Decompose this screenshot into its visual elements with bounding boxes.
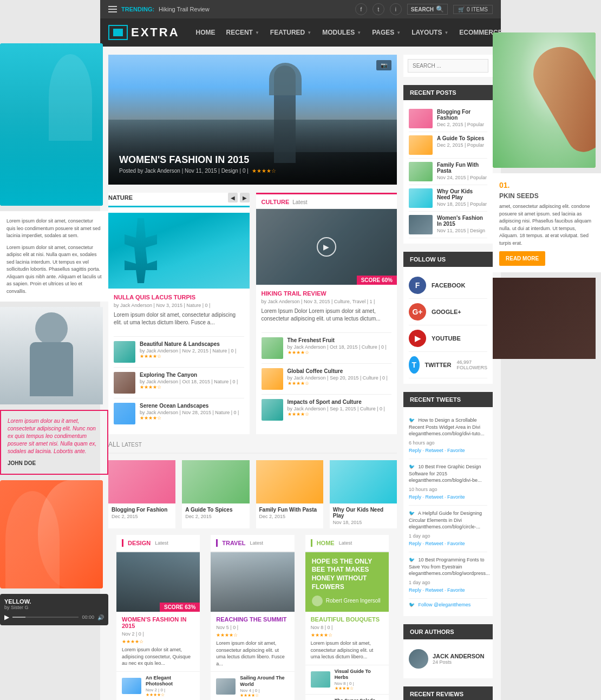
nature-prev[interactable]: ◀ bbox=[228, 193, 238, 202]
all-latest-title: ALL Latest bbox=[108, 441, 142, 448]
author-name-1[interactable]: JACK ANDERSON bbox=[433, 653, 485, 659]
nav-modules[interactable]: MODULES▼ bbox=[322, 29, 361, 36]
design-main-img: SCORE 63% bbox=[116, 552, 200, 612]
home-title: HOME bbox=[317, 540, 335, 546]
tweet-follow-link[interactable]: 🐦 Follow @elegantthemes bbox=[409, 599, 487, 611]
hamburger-menu[interactable] bbox=[108, 6, 117, 12]
cart-label: 0 ITEMS bbox=[467, 6, 488, 12]
read-more-button[interactable]: READ MORE bbox=[499, 251, 545, 266]
rp-title-3[interactable]: Family Fun With Pasta bbox=[437, 162, 487, 174]
nav-pages[interactable]: PAGES▼ bbox=[372, 29, 401, 36]
culture-thumb-3 bbox=[262, 399, 283, 421]
culture-play-btn[interactable]: ▶ bbox=[317, 237, 336, 257]
sidebar-search-input[interactable] bbox=[408, 59, 488, 73]
travel-post-title[interactable]: REACHING THE SUMMIT bbox=[216, 616, 289, 623]
cart-button[interactable]: 🛒 0 ITEMS bbox=[453, 5, 493, 14]
recent-post-2: A Guide To Spices Dec 2, 2015 | Popular bbox=[409, 132, 487, 159]
instagram-social-btn[interactable]: i bbox=[390, 3, 402, 15]
latest-title-1[interactable]: Blogging For Fashion bbox=[112, 507, 172, 513]
latest-title-2[interactable]: A Guide To Spices bbox=[185, 507, 246, 513]
rp-title-1[interactable]: Blogging For Fashion bbox=[437, 109, 487, 121]
logo-icon bbox=[108, 25, 128, 40]
author-avatar-1 bbox=[409, 649, 428, 669]
hero-camera: 📷 bbox=[376, 60, 391, 70]
nature-sp-title-3[interactable]: Serene Ocean Landscapes bbox=[140, 403, 244, 409]
nature-sp-meta-2: by Jack Anderson | Oct 18, 2015 | Nature… bbox=[140, 379, 244, 384]
culture-section: CULTURE Latest ▶ SCORE 60% HIKING TRAIL … bbox=[256, 193, 397, 434]
our-authors-widget: OUR AUTHORS JACK ANDERSON 24 Posts bbox=[403, 624, 493, 678]
nav-recent[interactable]: RECENT▼ bbox=[226, 29, 259, 36]
design-st-1 bbox=[122, 678, 141, 694]
nav-home[interactable]: HOME bbox=[196, 29, 215, 36]
trending-label: TRENDING: bbox=[121, 6, 154, 12]
culture-small-posts: The Freshest Fruit by Jack Anderson | Oc… bbox=[256, 332, 397, 430]
recent-post-3: Family Fun With Pasta Nov 24, 2015 | Pop… bbox=[409, 159, 487, 185]
nature-sp-meta-3: by Jack Anderson | Nov 28, 2015 | Nature… bbox=[140, 410, 244, 415]
culture-sp-meta-2: by Jack Anderson | Sep 20, 2015 | Cultur… bbox=[288, 375, 392, 381]
follow-twitter[interactable]: t TWITTER 46,997 followers bbox=[409, 352, 487, 378]
travel-title: TRAVEL bbox=[222, 540, 245, 546]
home-small-title-2[interactable]: The Super Salads Recipe bbox=[335, 698, 383, 700]
design-header: DESIGN Latest bbox=[116, 535, 200, 552]
top-search-bar[interactable]: SEARCH 🔍 bbox=[407, 4, 448, 15]
culture-sp-title-2[interactable]: Global Coffee Culture bbox=[288, 368, 392, 374]
all-latest-section: ALL Latest Blogging For Fashion Dec 2, 2… bbox=[108, 434, 397, 535]
logo[interactable]: EXTRA bbox=[108, 25, 180, 40]
rp-meta-2: Dec 2, 2015 | Popular bbox=[437, 142, 484, 148]
home-small-1: Visual Guide To Herbs Nov 8 | 0 | ★★★★☆ bbox=[305, 665, 389, 694]
design-small-title-1[interactable]: An Elegant Photoshoot bbox=[146, 675, 194, 688]
nature-header: NATURE ◀ ▶ bbox=[108, 193, 250, 207]
home-small-title-1[interactable]: Visual Guide To Herbs bbox=[335, 669, 383, 681]
left-lorem-text: Lorem ipsum dolor sit amet, consectetur … bbox=[0, 211, 108, 302]
culture-sp-title-3[interactable]: Impacts of Sport and Culture bbox=[288, 399, 392, 405]
twitter-social-btn[interactable]: t bbox=[373, 3, 384, 15]
latest-title-4[interactable]: Why Our Kids Need Play bbox=[333, 507, 394, 519]
home-author-line: Robert Green Ingersoll bbox=[312, 596, 382, 606]
rp-meta-1: Dec 2, 2015 | Popular bbox=[437, 122, 487, 127]
culture-post-title[interactable]: HIKING TRAIL REVIEW bbox=[262, 290, 392, 297]
left-music-player: YELLOW. by Sister G ▶ 00:00 🔊 bbox=[0, 594, 108, 625]
latest-date-1: Dec 2, 2015 bbox=[112, 514, 172, 519]
home-st-1 bbox=[311, 671, 330, 688]
nature-section: NATURE ◀ ▶ NULLA QUIS LACUS TURPIS by Ja… bbox=[108, 193, 250, 434]
recent-post-1: Blogging For Fashion Dec 2, 2015 | Popul… bbox=[409, 106, 487, 132]
latest-date-4: Nov 18, 2015 bbox=[333, 520, 394, 525]
recent-posts-widget: RECENT POSTS Blogging For Fashion Dec 2,… bbox=[403, 85, 493, 244]
culture-sp-title-1[interactable]: The Freshest Fruit bbox=[288, 337, 392, 343]
culture-post-meta: by Jack Anderson | Nov 3, 2015 | Culture… bbox=[262, 299, 392, 304]
home-author-avatar bbox=[312, 596, 323, 606]
nature-stars-3: ★★★★☆ bbox=[140, 415, 244, 421]
follow-googleplus[interactable]: g+ GOOGLE+ bbox=[409, 299, 487, 325]
nav-layouts[interactable]: LAYOUTS▼ bbox=[411, 29, 448, 36]
travel-header: TRAVEL Latest bbox=[211, 535, 294, 552]
follow-youtube[interactable]: ▶ YOUTUBE bbox=[409, 325, 487, 352]
rp-title-2[interactable]: A Guide To Spices bbox=[437, 135, 484, 141]
latest-title-3[interactable]: Family Fun With Pasta bbox=[259, 507, 320, 513]
recent-reviews-header: RECENT REVIEWS bbox=[403, 686, 493, 700]
left-quote: Lorem ipsum dolor au it amet, consectetu… bbox=[0, 410, 108, 475]
rp-thumb-3 bbox=[409, 162, 433, 181]
rp-thumb-5 bbox=[409, 215, 433, 234]
latest-date-3: Dec 2, 2015 bbox=[259, 514, 320, 519]
latest-img-4 bbox=[330, 460, 397, 503]
nav-menu: HOME RECENT▼ FEATURED▼ MODULES▼ PAGES▼ L… bbox=[196, 29, 502, 36]
nature-small-post-2: Exploring The Canyon by Jack Anderson | … bbox=[114, 367, 244, 398]
nature-sp-title-2[interactable]: Exploring The Canyon bbox=[140, 372, 244, 378]
facebook-social-btn[interactable]: f bbox=[355, 3, 367, 15]
nature-next[interactable]: ▶ bbox=[240, 193, 250, 202]
rp-meta-3: Nov 24, 2015 | Popular bbox=[437, 175, 487, 180]
home-post-title[interactable]: BEAUTIFUL BOUQUETS bbox=[311, 616, 383, 623]
rp-thumb-4 bbox=[409, 188, 433, 208]
rp-title-5[interactable]: Women's Fashion In 2015 bbox=[437, 215, 487, 227]
facebook-icon: f bbox=[409, 277, 426, 294]
design-post-title[interactable]: WOMEN'S FASHION IN 2015 bbox=[122, 616, 194, 629]
author-posts-1: 24 Posts bbox=[433, 659, 485, 665]
follow-facebook[interactable]: f FACEBOOK bbox=[409, 272, 487, 299]
logo-text: EXTRA bbox=[131, 25, 180, 40]
nature-post-title[interactable]: NULLA QUIS LACUS TURPIS bbox=[114, 294, 244, 300]
travel-small-title-1[interactable]: Sailing Around The World bbox=[240, 675, 289, 688]
rp-title-4[interactable]: Why Our Kids Need Play bbox=[437, 188, 487, 200]
nature-thumb-3 bbox=[114, 403, 135, 424]
nature-sp-title-1[interactable]: Beautiful Nature & Landscapes bbox=[140, 341, 244, 347]
nav-featured[interactable]: FEATURED▼ bbox=[270, 29, 311, 36]
